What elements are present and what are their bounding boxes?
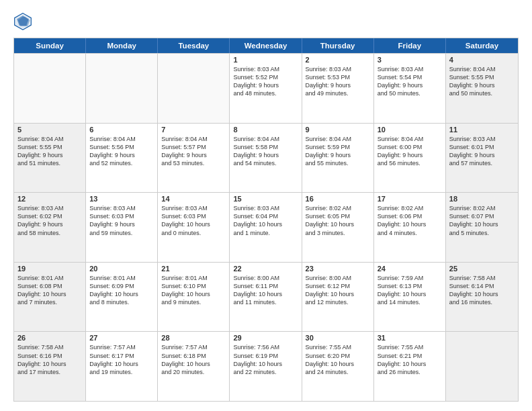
- day-details: Sunrise: 8:01 AMSunset: 6:08 PMDaylight:…: [17, 274, 82, 307]
- day-details: Sunrise: 8:03 AMSunset: 6:03 PMDaylight:…: [89, 204, 154, 237]
- day-number: 13: [89, 195, 154, 203]
- day-number: 10: [378, 126, 442, 134]
- day-number: 22: [233, 265, 298, 273]
- day-number: 17: [378, 195, 442, 203]
- day-cell-16: 16Sunrise: 8:02 AMSunset: 6:05 PMDayligh…: [302, 193, 374, 262]
- day-number: 18: [449, 195, 515, 203]
- day-number: 28: [161, 334, 226, 342]
- day-header-friday: Friday: [374, 38, 446, 53]
- day-cell-1: 1Sunrise: 8:03 AMSunset: 5:52 PMDaylight…: [230, 54, 302, 123]
- day-cell-10: 10Sunrise: 8:04 AMSunset: 6:00 PMDayligh…: [374, 124, 446, 193]
- day-details: Sunrise: 8:02 AMSunset: 6:07 PMDaylight:…: [449, 204, 515, 237]
- day-number: 30: [306, 334, 370, 342]
- day-details: Sunrise: 7:58 AMSunset: 6:16 PMDaylight:…: [17, 343, 82, 376]
- day-number: 2: [306, 56, 370, 64]
- day-cell-12: 12Sunrise: 8:03 AMSunset: 6:02 PMDayligh…: [14, 193, 86, 262]
- day-number: 19: [17, 265, 82, 273]
- day-number: 20: [89, 265, 154, 273]
- empty-cell: [14, 54, 86, 123]
- day-number: 8: [233, 126, 298, 134]
- day-number: 23: [306, 265, 370, 273]
- day-details: Sunrise: 8:03 AMSunset: 5:53 PMDaylight:…: [306, 65, 370, 98]
- day-cell-8: 8Sunrise: 8:04 AMSunset: 5:58 PMDaylight…: [230, 124, 302, 193]
- day-details: Sunrise: 8:04 AMSunset: 5:55 PMDaylight:…: [17, 135, 82, 168]
- week-row-4: 19Sunrise: 8:01 AMSunset: 6:08 PMDayligh…: [14, 262, 518, 332]
- day-cell-23: 23Sunrise: 8:00 AMSunset: 6:12 PMDayligh…: [302, 263, 374, 332]
- calendar-page: SundayMondayTuesdayWednesdayThursdayFrid…: [0, 0, 532, 411]
- day-cell-4: 4Sunrise: 8:04 AMSunset: 5:55 PMDaylight…: [446, 54, 518, 123]
- day-cell-30: 30Sunrise: 7:55 AMSunset: 6:20 PMDayligh…: [302, 332, 374, 401]
- day-cell-6: 6Sunrise: 8:04 AMSunset: 5:56 PMDaylight…: [86, 124, 158, 193]
- day-details: Sunrise: 8:02 AMSunset: 6:05 PMDaylight:…: [306, 204, 370, 237]
- day-number: 24: [378, 265, 442, 273]
- day-details: Sunrise: 8:03 AMSunset: 6:03 PMDaylight:…: [161, 204, 226, 237]
- day-details: Sunrise: 8:00 AMSunset: 6:11 PMDaylight:…: [233, 274, 298, 307]
- day-number: 6: [89, 126, 154, 134]
- week-row-5: 26Sunrise: 7:58 AMSunset: 6:16 PMDayligh…: [14, 331, 518, 401]
- day-details: Sunrise: 7:55 AMSunset: 6:21 PMDaylight:…: [378, 343, 442, 376]
- day-number: 11: [449, 126, 515, 134]
- day-details: Sunrise: 8:04 AMSunset: 5:57 PMDaylight:…: [161, 135, 226, 168]
- day-cell-20: 20Sunrise: 8:01 AMSunset: 6:09 PMDayligh…: [86, 263, 158, 332]
- day-cell-25: 25Sunrise: 7:58 AMSunset: 6:14 PMDayligh…: [446, 263, 518, 332]
- day-cell-3: 3Sunrise: 8:03 AMSunset: 5:54 PMDaylight…: [374, 54, 446, 123]
- day-number: 4: [449, 56, 515, 64]
- day-cell-29: 29Sunrise: 7:56 AMSunset: 6:19 PMDayligh…: [230, 332, 302, 401]
- day-cell-19: 19Sunrise: 8:01 AMSunset: 6:08 PMDayligh…: [14, 263, 86, 332]
- calendar-body: 1Sunrise: 8:03 AMSunset: 5:52 PMDaylight…: [14, 53, 518, 401]
- header: [13, 12, 519, 31]
- day-cell-22: 22Sunrise: 8:00 AMSunset: 6:11 PMDayligh…: [230, 263, 302, 332]
- day-cell-21: 21Sunrise: 8:01 AMSunset: 6:10 PMDayligh…: [158, 263, 230, 332]
- day-cell-11: 11Sunrise: 8:03 AMSunset: 6:01 PMDayligh…: [446, 124, 518, 193]
- day-details: Sunrise: 8:03 AMSunset: 6:04 PMDaylight:…: [233, 204, 298, 237]
- day-cell-13: 13Sunrise: 8:03 AMSunset: 6:03 PMDayligh…: [86, 193, 158, 262]
- week-row-2: 5Sunrise: 8:04 AMSunset: 5:55 PMDaylight…: [14, 123, 518, 193]
- day-details: Sunrise: 8:04 AMSunset: 5:58 PMDaylight:…: [233, 135, 298, 168]
- day-details: Sunrise: 7:58 AMSunset: 6:14 PMDaylight:…: [449, 274, 515, 307]
- logo: [13, 12, 35, 31]
- day-cell-5: 5Sunrise: 8:04 AMSunset: 5:55 PMDaylight…: [14, 124, 86, 193]
- day-number: 29: [233, 334, 298, 342]
- day-number: 15: [233, 195, 298, 203]
- day-cell-9: 9Sunrise: 8:04 AMSunset: 5:59 PMDaylight…: [302, 124, 374, 193]
- day-details: Sunrise: 8:03 AMSunset: 5:54 PMDaylight:…: [378, 65, 442, 98]
- day-number: 1: [233, 56, 298, 64]
- day-details: Sunrise: 7:57 AMSunset: 6:17 PMDaylight:…: [89, 343, 154, 376]
- calendar-header: SundayMondayTuesdayWednesdayThursdayFrid…: [14, 38, 518, 53]
- day-details: Sunrise: 8:04 AMSunset: 5:55 PMDaylight:…: [449, 65, 515, 98]
- day-details: Sunrise: 8:04 AMSunset: 6:00 PMDaylight:…: [378, 135, 442, 168]
- empty-cell: [446, 332, 518, 401]
- day-cell-17: 17Sunrise: 8:02 AMSunset: 6:06 PMDayligh…: [374, 193, 446, 262]
- empty-cell: [158, 54, 230, 123]
- day-cell-27: 27Sunrise: 7:57 AMSunset: 6:17 PMDayligh…: [86, 332, 158, 401]
- day-number: 3: [378, 56, 442, 64]
- day-number: 26: [17, 334, 82, 342]
- day-cell-2: 2Sunrise: 8:03 AMSunset: 5:53 PMDaylight…: [302, 54, 374, 123]
- day-number: 5: [17, 126, 82, 134]
- day-details: Sunrise: 8:04 AMSunset: 5:59 PMDaylight:…: [306, 135, 370, 168]
- day-details: Sunrise: 8:03 AMSunset: 5:52 PMDaylight:…: [233, 65, 298, 98]
- day-cell-24: 24Sunrise: 7:59 AMSunset: 6:13 PMDayligh…: [374, 263, 446, 332]
- day-details: Sunrise: 8:02 AMSunset: 6:06 PMDaylight:…: [378, 204, 442, 237]
- day-details: Sunrise: 8:00 AMSunset: 6:12 PMDaylight:…: [306, 274, 370, 307]
- day-details: Sunrise: 7:56 AMSunset: 6:19 PMDaylight:…: [233, 343, 298, 376]
- day-header-monday: Monday: [86, 38, 158, 53]
- day-details: Sunrise: 8:03 AMSunset: 6:02 PMDaylight:…: [17, 204, 82, 237]
- empty-cell: [86, 54, 158, 123]
- day-details: Sunrise: 8:01 AMSunset: 6:10 PMDaylight:…: [161, 274, 226, 307]
- day-cell-26: 26Sunrise: 7:58 AMSunset: 6:16 PMDayligh…: [14, 332, 86, 401]
- day-number: 14: [161, 195, 226, 203]
- day-number: 12: [17, 195, 82, 203]
- day-details: Sunrise: 7:59 AMSunset: 6:13 PMDaylight:…: [378, 274, 442, 307]
- week-row-3: 12Sunrise: 8:03 AMSunset: 6:02 PMDayligh…: [14, 192, 518, 262]
- day-number: 31: [378, 334, 442, 342]
- logo-icon: [13, 12, 32, 31]
- day-details: Sunrise: 8:01 AMSunset: 6:09 PMDaylight:…: [89, 274, 154, 307]
- day-header-thursday: Thursday: [302, 38, 374, 53]
- day-number: 21: [161, 265, 226, 273]
- day-cell-31: 31Sunrise: 7:55 AMSunset: 6:21 PMDayligh…: [374, 332, 446, 401]
- day-number: 25: [449, 265, 515, 273]
- day-header-wednesday: Wednesday: [230, 38, 302, 53]
- day-number: 27: [89, 334, 154, 342]
- week-row-1: 1Sunrise: 8:03 AMSunset: 5:52 PMDaylight…: [14, 53, 518, 123]
